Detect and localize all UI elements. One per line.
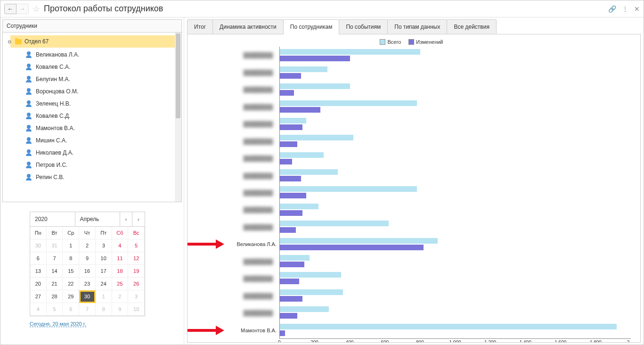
chart-bar-row — [280, 270, 631, 287]
calendar-day[interactable]: 27 — [30, 290, 47, 303]
calendar-day[interactable]: 9 — [79, 252, 96, 265]
calendar-day[interactable]: 12 — [128, 252, 145, 265]
tree-folder-label: Отдел 67 — [24, 38, 49, 45]
calendar-today-link[interactable]: Сегодня, 20 мая 2020 г. — [30, 321, 86, 327]
calendar-day[interactable]: 5 — [47, 303, 63, 316]
calendar-day[interactable]: 25 — [112, 278, 129, 290]
chart-x-tick: 1 200 — [484, 340, 496, 343]
chart-bar-vsego — [280, 289, 343, 295]
tree-item[interactable]: Зеленец Н.В. — [3, 98, 181, 110]
calendar-day[interactable]: 1 — [63, 239, 79, 252]
calendar-day[interactable]: 3 — [96, 239, 112, 252]
calendar-dow: Пн — [30, 227, 47, 239]
calendar-day[interactable]: 2 — [112, 290, 129, 303]
nav-back-button[interactable]: ← — [4, 4, 16, 14]
titlebar: ← → ☆ Протокол работы сотрудников 🔗 ⋮ ✕ — [0, 0, 644, 17]
calendar-day[interactable]: 17 — [96, 265, 112, 278]
favorite-star-icon[interactable]: ☆ — [33, 4, 40, 14]
calendar-day[interactable]: 6 — [30, 252, 47, 265]
calendar-day[interactable]: 7 — [79, 303, 96, 316]
chart-category-label: ████████ — [192, 184, 279, 201]
calendar-day[interactable]: 24 — [96, 278, 112, 290]
calendar-day[interactable]: 19 — [128, 265, 145, 278]
calendar-day[interactable]: 14 — [47, 265, 63, 278]
chart-x-tick: 1 600 — [554, 340, 566, 343]
main-panel: ИтогДинамика активностиПо сотрудникамПо … — [184, 17, 644, 345]
person-icon — [25, 88, 32, 95]
calendar-day[interactable]: 7 — [47, 252, 63, 265]
page-title: Протокол работы сотрудников — [44, 4, 608, 14]
calendar-day[interactable]: 18 — [112, 265, 129, 278]
calendar-day[interactable]: 31 — [47, 239, 63, 252]
more-menu-icon[interactable]: ⋮ — [622, 5, 628, 13]
tab[interactable]: По событиям — [339, 19, 388, 34]
sidebar-header: Сотрудники — [2, 19, 182, 33]
calendar-day[interactable]: 22 — [63, 278, 79, 290]
tree-item-label: Николаев Д.А. — [36, 149, 73, 156]
calendar-day[interactable]: 13 — [30, 265, 47, 278]
tree-item[interactable]: Белугин М.А. — [3, 73, 181, 85]
calendar-day[interactable]: 20 — [30, 278, 47, 290]
calendar-next-button[interactable]: › — [132, 212, 145, 226]
tree-folder[interactable]: ⊖Отдел 67 — [10, 35, 175, 48]
calendar-year-select[interactable]: 2020 — [30, 212, 75, 226]
close-icon[interactable]: ✕ — [634, 5, 640, 13]
calendar-prev-button[interactable]: ‹ — [120, 212, 132, 226]
chart-bar-izm — [280, 193, 306, 198]
chart-legend: Всего Изменений — [192, 39, 631, 45]
chart-bar-row — [280, 235, 631, 252]
calendar-day[interactable]: 29 — [63, 290, 79, 303]
calendar-day[interactable]: 10 — [128, 303, 145, 316]
chart-bar-vsego — [280, 135, 353, 140]
chart-x-tick: 1 000 — [449, 340, 461, 343]
calendar-day[interactable]: 10 — [96, 252, 112, 265]
calendar-month-select[interactable]: Апрель — [75, 212, 121, 226]
calendar-day[interactable]: 23 — [79, 278, 96, 290]
tree-item[interactable]: Мишин С.А. — [3, 134, 181, 147]
chart-bar-izm — [280, 210, 302, 216]
tree-collapse-icon[interactable]: ⊖ — [8, 39, 12, 44]
chart-bar-izm — [280, 296, 302, 302]
tab[interactable]: По сотрудникам — [283, 19, 340, 34]
calendar-day[interactable]: 4 — [112, 239, 129, 252]
tree-item[interactable]: Ковалев С.А. — [3, 61, 181, 73]
chart-plot-area — [279, 47, 631, 339]
link-icon[interactable]: 🔗 — [608, 5, 616, 13]
tree-scrollbar[interactable] — [175, 33, 181, 202]
calendar-day[interactable]: 3 — [128, 290, 145, 303]
tab[interactable]: Динамика активности — [212, 19, 284, 34]
tree-item[interactable]: Николаев Д.А. — [3, 147, 181, 159]
calendar-day[interactable]: 28 — [47, 290, 63, 303]
calendar-day[interactable]: 21 — [47, 278, 63, 290]
tree-item[interactable]: Воронцова О.М. — [3, 85, 181, 98]
calendar-day[interactable]: 4 — [30, 303, 47, 316]
calendar-day[interactable]: 30 — [30, 239, 47, 252]
chart-bar-izm — [280, 176, 301, 181]
tree-item[interactable]: Петров И.С. — [3, 159, 181, 171]
tree-item[interactable]: Мамонтов В.А. — [3, 122, 181, 134]
calendar-day[interactable]: 8 — [63, 252, 79, 265]
chart-bar-izm — [280, 124, 302, 130]
tree-item[interactable]: Ковалев С.Д. — [3, 110, 181, 122]
calendar-day[interactable]: 16 — [79, 265, 96, 278]
calendar-day[interactable]: 1 — [96, 290, 112, 303]
calendar-day[interactable]: 9 — [112, 303, 129, 316]
calendar-day[interactable]: 5 — [128, 239, 145, 252]
calendar-day[interactable]: 6 — [63, 303, 79, 316]
calendar-day[interactable]: 15 — [63, 265, 79, 278]
annotation-arrow — [187, 239, 224, 249]
calendar-day[interactable]: 2 — [79, 239, 96, 252]
calendar-day[interactable]: 26 — [128, 278, 145, 290]
tree-item[interactable]: Репин С.В. — [3, 171, 181, 183]
person-icon — [25, 100, 32, 107]
calendar-day[interactable]: 11 — [112, 252, 129, 265]
tab[interactable]: Все действия — [447, 19, 496, 34]
calendar-day[interactable]: 30 — [79, 290, 96, 303]
chart-bar-izm — [280, 245, 424, 250]
tab[interactable]: Итог — [187, 19, 213, 34]
tab[interactable]: По типам данных — [387, 19, 447, 34]
chart-x-tick: 200 — [310, 340, 318, 343]
tree-item[interactable]: Великанова Л.А. — [3, 49, 181, 61]
calendar-day[interactable]: 8 — [96, 303, 112, 316]
nav-forward-button[interactable]: → — [16, 4, 29, 14]
